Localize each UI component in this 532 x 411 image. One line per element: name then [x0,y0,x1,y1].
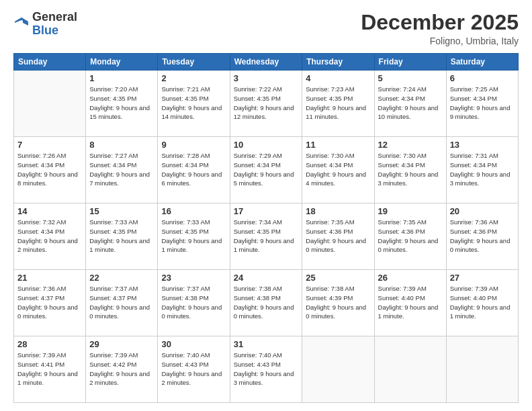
logo: General Blue [13,11,77,38]
sun-info: Sunrise: 7:31 AMSunset: 4:34 PMDaylight:… [450,151,515,188]
page: General Blue December 2025 Foligno, Umbr… [0,0,532,411]
calendar-cell [302,336,374,403]
calendar-cell: 26Sunrise: 7:39 AMSunset: 4:40 PMDayligh… [374,270,446,336]
day-number: 31 [234,339,299,349]
calendar-cell: 12Sunrise: 7:30 AMSunset: 4:34 PMDayligh… [374,137,446,203]
sun-info: Sunrise: 7:23 AMSunset: 4:35 PMDaylight:… [306,85,370,122]
day-number: 19 [378,206,443,216]
day-number: 28 [17,339,82,349]
calendar-cell: 24Sunrise: 7:38 AMSunset: 4:38 PMDayligh… [230,270,302,336]
sun-info: Sunrise: 7:33 AMSunset: 4:35 PMDaylight:… [161,218,226,255]
sun-info: Sunrise: 7:35 AMSunset: 4:36 PMDaylight:… [306,218,370,255]
day-number: 25 [306,273,370,283]
sun-info: Sunrise: 7:36 AMSunset: 4:36 PMDaylight:… [450,218,515,255]
col-header-thursday: Thursday [302,54,374,71]
calendar-cell: 23Sunrise: 7:37 AMSunset: 4:38 PMDayligh… [158,270,230,336]
sun-info: Sunrise: 7:38 AMSunset: 4:39 PMDaylight:… [306,284,370,321]
calendar-cell: 3Sunrise: 7:22 AMSunset: 4:35 PMDaylight… [230,71,302,137]
sun-info: Sunrise: 7:37 AMSunset: 4:37 PMDaylight:… [89,284,154,321]
sun-info: Sunrise: 7:29 AMSunset: 4:34 PMDaylight:… [234,151,299,188]
week-row-3: 21Sunrise: 7:36 AMSunset: 4:37 PMDayligh… [14,270,519,336]
day-number: 20 [450,206,515,216]
calendar-cell: 27Sunrise: 7:39 AMSunset: 4:40 PMDayligh… [446,270,518,336]
sun-info: Sunrise: 7:30 AMSunset: 4:34 PMDaylight:… [306,151,370,188]
week-row-1: 7Sunrise: 7:26 AMSunset: 4:34 PMDaylight… [14,137,519,203]
month-title: December 2025 [361,11,519,34]
calendar-cell [446,336,518,403]
sun-info: Sunrise: 7:28 AMSunset: 4:34 PMDaylight:… [161,151,226,188]
calendar-cell: 8Sunrise: 7:27 AMSunset: 4:34 PMDaylight… [86,137,158,203]
col-header-wednesday: Wednesday [230,54,302,71]
day-number: 22 [89,273,154,283]
day-number: 27 [450,273,515,283]
sun-info: Sunrise: 7:36 AMSunset: 4:37 PMDaylight:… [17,284,82,321]
sun-info: Sunrise: 7:40 AMSunset: 4:43 PMDaylight:… [234,351,299,387]
day-number: 24 [234,273,299,283]
calendar-cell: 18Sunrise: 7:35 AMSunset: 4:36 PMDayligh… [302,203,374,270]
sun-info: Sunrise: 7:33 AMSunset: 4:35 PMDaylight:… [89,218,154,255]
day-number: 18 [306,206,370,216]
calendar-header-row: SundayMondayTuesdayWednesdayThursdayFrid… [14,54,519,71]
day-number: 15 [89,206,154,216]
calendar-cell: 10Sunrise: 7:29 AMSunset: 4:34 PMDayligh… [230,137,302,203]
sun-info: Sunrise: 7:35 AMSunset: 4:36 PMDaylight:… [378,218,443,255]
day-number: 26 [378,273,443,283]
location: Foligno, Umbria, Italy [361,36,519,46]
week-row-4: 28Sunrise: 7:39 AMSunset: 4:41 PMDayligh… [14,336,519,403]
logo-text: General Blue [32,11,77,38]
col-header-friday: Friday [374,54,446,71]
calendar-cell: 13Sunrise: 7:31 AMSunset: 4:34 PMDayligh… [446,137,518,203]
calendar-cell: 28Sunrise: 7:39 AMSunset: 4:41 PMDayligh… [14,336,86,403]
logo-blue: Blue [32,24,58,37]
calendar-table: SundayMondayTuesdayWednesdayThursdayFrid… [13,53,519,403]
day-number: 9 [161,140,226,150]
calendar-cell: 30Sunrise: 7:40 AMSunset: 4:43 PMDayligh… [158,336,230,403]
calendar-cell: 11Sunrise: 7:30 AMSunset: 4:34 PMDayligh… [302,137,374,203]
calendar-cell: 22Sunrise: 7:37 AMSunset: 4:37 PMDayligh… [86,270,158,336]
day-number: 7 [17,140,82,150]
day-number: 12 [378,140,443,150]
day-number: 17 [234,206,299,216]
header: General Blue December 2025 Foligno, Umbr… [13,11,519,46]
calendar-cell: 19Sunrise: 7:35 AMSunset: 4:36 PMDayligh… [374,203,446,270]
day-number: 10 [234,140,299,150]
calendar-cell: 21Sunrise: 7:36 AMSunset: 4:37 PMDayligh… [14,270,86,336]
logo-icon [13,16,30,32]
sun-info: Sunrise: 7:22 AMSunset: 4:35 PMDaylight:… [234,85,299,122]
sun-info: Sunrise: 7:38 AMSunset: 4:38 PMDaylight:… [234,284,299,321]
sun-info: Sunrise: 7:24 AMSunset: 4:34 PMDaylight:… [378,85,443,122]
day-number: 13 [450,140,515,150]
calendar-cell: 9Sunrise: 7:28 AMSunset: 4:34 PMDaylight… [158,137,230,203]
calendar-cell: 20Sunrise: 7:36 AMSunset: 4:36 PMDayligh… [446,203,518,270]
day-number: 14 [17,206,82,216]
day-number: 2 [161,73,226,83]
calendar-cell: 17Sunrise: 7:34 AMSunset: 4:35 PMDayligh… [230,203,302,270]
sun-info: Sunrise: 7:25 AMSunset: 4:34 PMDaylight:… [450,85,515,122]
week-row-2: 14Sunrise: 7:32 AMSunset: 4:34 PMDayligh… [14,203,519,270]
calendar-cell: 25Sunrise: 7:38 AMSunset: 4:39 PMDayligh… [302,270,374,336]
calendar-cell: 4Sunrise: 7:23 AMSunset: 4:35 PMDaylight… [302,71,374,137]
day-number: 1 [89,73,154,83]
calendar-cell: 6Sunrise: 7:25 AMSunset: 4:34 PMDaylight… [446,71,518,137]
day-number: 4 [306,73,370,83]
col-header-tuesday: Tuesday [158,54,230,71]
day-number: 6 [450,73,515,83]
sun-info: Sunrise: 7:34 AMSunset: 4:35 PMDaylight:… [234,218,299,255]
col-header-monday: Monday [86,54,158,71]
day-number: 23 [161,273,226,283]
calendar-cell: 31Sunrise: 7:40 AMSunset: 4:43 PMDayligh… [230,336,302,403]
col-header-sunday: Sunday [14,54,86,71]
calendar-cell: 7Sunrise: 7:26 AMSunset: 4:34 PMDaylight… [14,137,86,203]
calendar-cell: 15Sunrise: 7:33 AMSunset: 4:35 PMDayligh… [86,203,158,270]
sun-info: Sunrise: 7:39 AMSunset: 4:40 PMDaylight:… [378,284,443,321]
day-number: 21 [17,273,82,283]
sun-info: Sunrise: 7:32 AMSunset: 4:34 PMDaylight:… [17,218,82,255]
day-number: 11 [306,140,370,150]
calendar-cell [374,336,446,403]
sun-info: Sunrise: 7:30 AMSunset: 4:34 PMDaylight:… [378,151,443,188]
day-number: 8 [89,140,154,150]
calendar-cell: 16Sunrise: 7:33 AMSunset: 4:35 PMDayligh… [158,203,230,270]
title-block: December 2025 Foligno, Umbria, Italy [361,11,519,46]
sun-info: Sunrise: 7:39 AMSunset: 4:41 PMDaylight:… [17,351,82,387]
calendar-cell: 1Sunrise: 7:20 AMSunset: 4:35 PMDaylight… [86,71,158,137]
